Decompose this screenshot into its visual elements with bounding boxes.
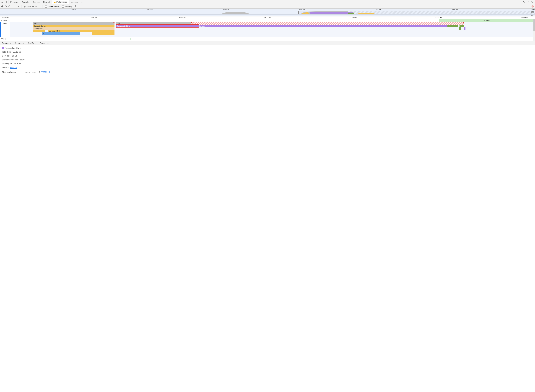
details-tabs: Summary Bottom-Up Call Tree Event Log <box>0 41 535 45</box>
overview-minimap[interactable]: 500 ms 1000 ms 1500 ms 2000 ms 2500 ms 3… <box>0 9 535 16</box>
svg-point-12 <box>532 6 533 7</box>
screenshots-checkbox[interactable] <box>45 5 47 8</box>
frames-lane: Frames 116.7 ms <box>0 19 535 22</box>
tab-network[interactable]: Network <box>41 0 52 4</box>
record-icon[interactable] <box>1 5 4 8</box>
yellow-stub2-bar[interactable] <box>92 32 114 35</box>
svg-point-7 <box>528 2 529 2</box>
summary-initiator: Initiator Reveal <box>2 66 533 69</box>
flame-chart[interactable]: 1950 ms 2000 ms 2050 ms 2100 ms 2150 ms … <box>0 16 535 41</box>
gpu-lane: ▶GPU <box>0 37 535 41</box>
flame-ruler: 1950 ms 2000 ms 2050 ms 2100 ms 2150 ms … <box>0 16 535 19</box>
upload-profile-icon[interactable] <box>14 5 16 8</box>
tab-elements[interactable]: Elements <box>9 0 20 4</box>
gpu-blip[interactable] <box>42 38 42 40</box>
clear-icon[interactable] <box>8 5 10 8</box>
composite-bar[interactable] <box>460 25 464 27</box>
main-tabs: Elements Console Sources Network Perform… <box>9 0 84 4</box>
svg-point-6 <box>528 1 529 2</box>
gpu-blip[interactable] <box>130 38 131 40</box>
initiator-reveal-link[interactable]: Reveal <box>10 66 17 69</box>
tab-bottom-up[interactable]: Bottom-Up <box>13 41 26 45</box>
svg-point-5 <box>524 2 525 2</box>
event-color-swatch <box>2 47 4 49</box>
summary-pending-for: Pending for 14.5 ms <box>2 62 533 65</box>
paint-bar[interactable] <box>447 25 458 27</box>
svg-rect-4 <box>55 2 55 3</box>
summary-first-invalidated: First Invalidated (anonymous) @ VM262:1 <box>2 71 533 73</box>
set-innerhtml-bar[interactable]: set innerHTML <box>48 30 114 32</box>
summary-total-time: Total Time 55.20 ms <box>2 51 533 53</box>
first-invalidated-source-link[interactable]: VM262:1 <box>41 71 50 73</box>
yellow-stub-bar[interactable] <box>33 30 45 32</box>
main-thread-lane: ▼Main Task Task Evaluate Script Recalcul… <box>0 22 535 37</box>
devtools-tabbar: Elements Console Sources Network Perform… <box>0 0 535 4</box>
svg-point-8 <box>528 3 529 3</box>
task-bar-long-warning[interactable] <box>191 22 464 25</box>
svg-rect-17 <box>358 13 374 14</box>
memory-checkbox[interactable] <box>62 5 64 8</box>
evaluate-script-bar[interactable]: Evaluate Script <box>33 25 114 27</box>
svg-rect-16 <box>348 13 354 14</box>
delete-profile-icon[interactable] <box>74 5 77 8</box>
overview-net-lane: NET <box>0 14 535 16</box>
summary-panel: Recalculate Style Total Time 55.20 ms Se… <box>0 45 535 392</box>
memory-toggle[interactable]: Memory <box>62 5 72 8</box>
frame-block[interactable]: 116.7 ms <box>439 19 533 22</box>
overview-cpu-lane: CPU <box>0 11 535 14</box>
tab-summary[interactable]: Summary <box>0 41 13 45</box>
kebab-menu-icon[interactable] <box>527 1 530 4</box>
task-bar-short[interactable]: Task <box>33 22 114 25</box>
tab-event-log[interactable]: Event Log <box>38 41 51 45</box>
summary-self-time: Self Time 19 µs <box>2 55 533 57</box>
event-title: Recalculate Style <box>5 47 20 49</box>
capture-settings-gear-icon[interactable] <box>531 5 534 8</box>
layout-bar[interactable]: Layout <box>199 25 447 27</box>
settings-gear-icon[interactable] <box>523 1 526 4</box>
tab-call-tree[interactable]: Call Tree <box>26 41 38 45</box>
performance-toolbar: jlwagner.net #1 Screenshots Memory <box>0 4 535 9</box>
recalculate-style-bar[interactable]: Recalculate Style <box>116 25 199 27</box>
anonymous-fn-bar[interactable]: (anonymous) <box>33 27 114 30</box>
overview-ruler: 500 ms 1000 ms 1500 ms 2000 ms 2500 ms 3… <box>0 9 535 11</box>
svg-point-10 <box>2 6 3 7</box>
flame-scrollbar[interactable] <box>533 16 535 41</box>
close-devtools-icon[interactable] <box>531 1 534 4</box>
reload-icon[interactable] <box>5 5 7 8</box>
svg-rect-1 <box>5 1 6 3</box>
tab-sources[interactable]: Sources <box>31 0 41 4</box>
tab-memory[interactable]: Memory <box>69 0 80 4</box>
summary-elements-affected: Elements Affected 1520 <box>2 59 533 61</box>
tab-console[interactable]: Console <box>20 0 31 4</box>
tab-overflow[interactable]: » <box>80 0 84 4</box>
tab-performance[interactable]: Performance <box>52 0 69 4</box>
micro-bar-a[interactable] <box>459 27 461 30</box>
warning-triangle-icon <box>54 1 56 3</box>
download-profile-icon[interactable] <box>17 5 20 8</box>
screenshots-toggle[interactable]: Screenshots <box>45 5 59 8</box>
parse-html-bar[interactable]: P…L <box>42 32 80 35</box>
session-selector[interactable]: jlwagner.net #1 <box>24 5 39 8</box>
device-toolbar-icon[interactable] <box>5 1 7 4</box>
micro-bar-b[interactable] <box>464 27 465 30</box>
toolbar-separator <box>42 5 42 8</box>
svg-rect-3 <box>55 2 55 2</box>
inspect-element-icon[interactable] <box>1 1 4 4</box>
